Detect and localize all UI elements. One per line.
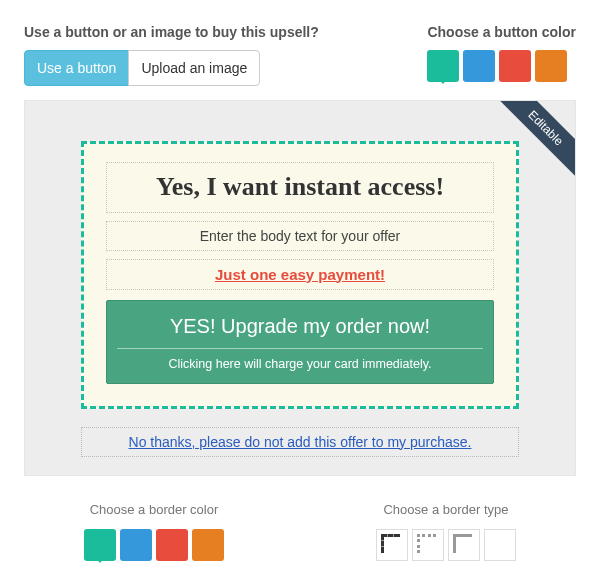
border-color-swatches [84, 529, 224, 561]
border-type-section: Choose a border type [376, 502, 516, 561]
offer-title[interactable]: Yes, I want instant access! [106, 162, 494, 213]
border-type-solid[interactable] [448, 529, 480, 561]
border-color-orange[interactable] [192, 529, 224, 561]
color-swatch-blue[interactable] [463, 50, 495, 82]
choose-button-color-section: Choose a button color [427, 24, 576, 82]
upload-image-option[interactable]: Upload an image [128, 50, 260, 86]
border-type-label: Choose a border type [376, 502, 516, 517]
border-color-red[interactable] [156, 529, 188, 561]
border-color-green[interactable] [84, 529, 116, 561]
color-swatch-red[interactable] [499, 50, 531, 82]
choose-button-color-label: Choose a button color [427, 24, 576, 40]
color-swatch-green[interactable] [427, 50, 459, 82]
border-color-section: Choose a border color [84, 502, 224, 561]
page-root: Use a button or an image to buy this ups… [0, 0, 600, 580]
preview-panel: Editable Yes, I want instant access! Ent… [24, 100, 576, 476]
use-button-option[interactable]: Use a button [24, 50, 129, 86]
button-color-swatches [427, 50, 576, 82]
decline-field: No thanks, please do not add this offer … [81, 427, 519, 457]
border-type-none[interactable] [484, 529, 516, 561]
cta-button[interactable]: YES! Upgrade my order now! Clicking here… [106, 300, 494, 384]
border-type-dashed[interactable] [376, 529, 408, 561]
top-row: Use a button or an image to buy this ups… [24, 24, 576, 86]
button-or-image-label: Use a button or an image to buy this ups… [24, 24, 319, 40]
offer-box: Yes, I want instant access! Enter the bo… [81, 141, 519, 409]
cta-main-text: YES! Upgrade my order now! [117, 315, 483, 338]
border-color-label: Choose a border color [84, 502, 224, 517]
offer-body[interactable]: Enter the body text for your offer [106, 221, 494, 251]
decline-link[interactable]: No thanks, please do not add this offer … [129, 434, 472, 450]
color-swatch-orange[interactable] [535, 50, 567, 82]
border-color-blue[interactable] [120, 529, 152, 561]
bottom-row: Choose a border color Choose a border ty… [24, 502, 576, 561]
button-or-image-group: Use a button Upload an image [24, 50, 319, 86]
border-type-dotted[interactable] [412, 529, 444, 561]
button-or-image-section: Use a button or an image to buy this ups… [24, 24, 319, 86]
offer-price[interactable]: Just one easy payment! [106, 259, 494, 290]
border-type-swatches [376, 529, 516, 561]
cta-sub-text: Clicking here will charge your card imme… [117, 348, 483, 371]
